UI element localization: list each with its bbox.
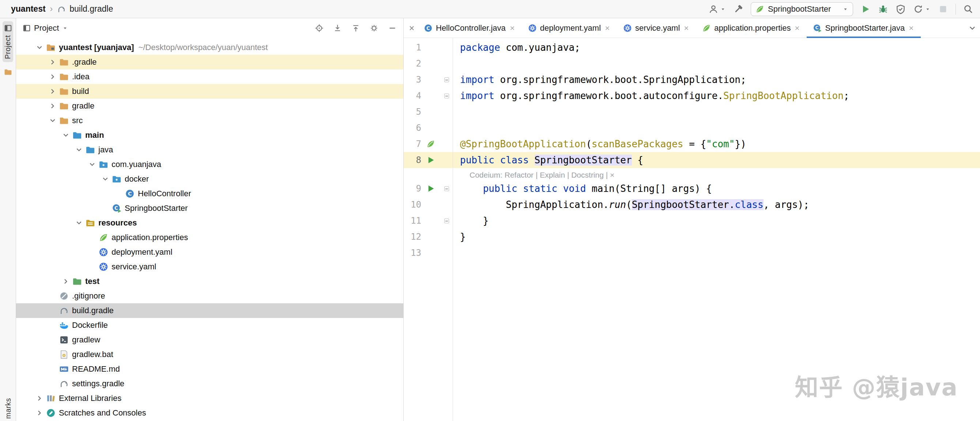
tree-item-application-properties[interactable]: application.properties bbox=[16, 230, 403, 245]
tree-item-springbootstarter[interactable]: CSpringbootStarter bbox=[16, 201, 403, 216]
code-line-13[interactable]: 13 bbox=[404, 245, 980, 261]
code-line-4[interactable]: 4import org.springframework.boot.autocon… bbox=[404, 88, 980, 104]
collapse-all-icon[interactable] bbox=[352, 24, 360, 33]
rerun-button[interactable] bbox=[913, 4, 931, 14]
locate-icon[interactable] bbox=[315, 24, 324, 33]
fold-marker[interactable] bbox=[440, 78, 453, 82]
tree-item-label: settings.gradle bbox=[72, 379, 124, 388]
tab-close-icon[interactable] bbox=[683, 25, 690, 32]
tree-item-yuantest-yuanjava[interactable]: yuantest [yuanjava]~/Desktop/workspace/y… bbox=[16, 40, 403, 55]
chevron-right-icon[interactable] bbox=[33, 409, 45, 416]
folder-icon bbox=[59, 116, 69, 126]
tree-item-main[interactable]: main bbox=[16, 128, 403, 143]
tree-item-deployment-yaml[interactable]: deployment.yaml bbox=[16, 245, 403, 259]
debug-button[interactable] bbox=[878, 4, 888, 14]
tab-springbootstarter-java[interactable]: CSpringbootStarter.java bbox=[807, 18, 921, 38]
tree-item-test[interactable]: test bbox=[16, 274, 403, 289]
tree-item-idea[interactable]: .idea bbox=[16, 70, 403, 84]
code-line-12[interactable]: 12} bbox=[404, 229, 980, 245]
tab-close-icon[interactable] bbox=[509, 25, 515, 32]
tree-item-resources[interactable]: resources bbox=[16, 216, 403, 230]
tab-label: deployment.yaml bbox=[540, 24, 601, 33]
search-everywhere-button[interactable] bbox=[963, 4, 974, 14]
spring-bean-gutter-icon[interactable] bbox=[421, 140, 440, 148]
code-line-9[interactable]: 9 public static void main(String[] args)… bbox=[404, 181, 980, 197]
tree-item-settings-gradle[interactable]: settings.gradle bbox=[16, 377, 403, 391]
chevron-right-icon[interactable] bbox=[47, 73, 59, 80]
expand-all-icon[interactable] bbox=[333, 24, 342, 33]
fold-marker[interactable] bbox=[440, 219, 453, 223]
run-gutter-icon[interactable] bbox=[421, 184, 440, 193]
code-line-1[interactable]: 1package com.yuanjava; bbox=[404, 40, 980, 56]
project-panel-title[interactable]: Project bbox=[34, 24, 59, 33]
tab-hellocontroller-java[interactable]: CHelloController.java bbox=[418, 18, 522, 38]
settings-icon[interactable] bbox=[370, 24, 379, 33]
tree-item-build-gradle[interactable]: build.gradle bbox=[16, 303, 403, 318]
tab-close-icon[interactable] bbox=[794, 25, 800, 32]
code-line-2[interactable]: 2 bbox=[404, 56, 980, 71]
chevron-down-icon[interactable] bbox=[47, 117, 59, 124]
coverage-button[interactable] bbox=[896, 4, 906, 14]
code-line-6[interactable]: 6 bbox=[404, 120, 980, 136]
tree-item-hellocontroller[interactable]: CHelloController bbox=[16, 186, 403, 201]
chevron-down-icon[interactable] bbox=[99, 175, 111, 183]
fold-marker[interactable] bbox=[440, 186, 453, 191]
code-line-7[interactable]: 7@SpringBootApplication(scanBasePackages… bbox=[404, 136, 980, 152]
code-line-11[interactable]: 11 } bbox=[404, 213, 980, 229]
chevron-right-icon[interactable] bbox=[47, 59, 59, 66]
tree-item-gradle[interactable]: gradle bbox=[16, 98, 403, 113]
tree-item-service-yaml[interactable]: service.yaml bbox=[16, 259, 403, 274]
tool-window-button-project[interactable]: Project bbox=[3, 21, 13, 62]
tab-deployment-yaml[interactable]: deployment.yaml bbox=[522, 18, 617, 38]
chevron-right-icon[interactable] bbox=[47, 102, 59, 110]
chevron-down-icon[interactable] bbox=[86, 161, 98, 168]
chevron-down-icon[interactable] bbox=[60, 132, 72, 139]
tree-item-dockerfile[interactable]: Dockerfile bbox=[16, 318, 403, 332]
tree-item-gradlew[interactable]: gradlew bbox=[16, 332, 403, 347]
tree-item-src[interactable]: src bbox=[16, 113, 403, 128]
tree-item-com-yuanjava[interactable]: com.yuanjava bbox=[16, 157, 403, 172]
code-line-5[interactable]: 5 bbox=[404, 104, 980, 120]
chevron-down-icon[interactable] bbox=[62, 25, 68, 31]
run-gutter-icon[interactable] bbox=[421, 156, 440, 164]
tab-service-yaml[interactable]: service.yaml bbox=[617, 18, 696, 38]
tree-item-readme-md[interactable]: README.md bbox=[16, 362, 403, 377]
tree-item-scratches-and-consoles[interactable]: Scratches and Consoles bbox=[16, 406, 403, 420]
chevron-down-icon[interactable] bbox=[968, 24, 976, 32]
chevron-down-icon[interactable] bbox=[33, 44, 45, 51]
chevron-down-icon[interactable] bbox=[73, 219, 85, 227]
tree-item-gradlew-bat[interactable]: gradlew.bat bbox=[16, 347, 403, 362]
folder-icon bbox=[59, 101, 69, 111]
tree-item-java[interactable]: java bbox=[16, 143, 403, 157]
editor-code[interactable]: 1package com.yuanjava;23import org.sprin… bbox=[404, 38, 980, 421]
hide-icon[interactable] bbox=[388, 24, 397, 33]
tab-close-icon[interactable] bbox=[604, 25, 611, 32]
chevron-down-icon[interactable] bbox=[73, 146, 85, 154]
fold-box-icon bbox=[444, 94, 449, 98]
user-button[interactable] bbox=[708, 4, 726, 14]
code-line-3[interactable]: 3import org.springframework.boot.SpringA… bbox=[404, 71, 980, 88]
breadcrumb-project[interactable]: yuantest bbox=[11, 4, 46, 14]
tab-strip-close-icon[interactable] bbox=[408, 24, 415, 32]
run-button[interactable] bbox=[861, 4, 871, 14]
fold-marker[interactable] bbox=[440, 94, 453, 98]
tree-item-gradle[interactable]: .gradle bbox=[16, 55, 403, 70]
tab-application-properties[interactable]: application.properties bbox=[696, 18, 807, 38]
hammer-button[interactable] bbox=[733, 4, 743, 14]
codeium-inlay-hint[interactable]: Codeium: Refactor | Explain | Docstring … bbox=[460, 171, 614, 179]
code-line-8[interactable]: 8public class SpringbootStarter { bbox=[404, 152, 980, 168]
tree-item-gitignore[interactable]: .gitignore bbox=[16, 289, 403, 303]
tab-close-icon[interactable] bbox=[908, 25, 915, 32]
chevron-right-icon[interactable] bbox=[47, 88, 59, 95]
code-line-10[interactable]: 10 SpringApplication.run(SpringbootStart… bbox=[404, 197, 980, 213]
tree-item-build[interactable]: build bbox=[16, 84, 403, 98]
chevron-right-icon[interactable] bbox=[60, 278, 72, 285]
tree-item-external-libraries[interactable]: External Libraries bbox=[16, 391, 403, 406]
tool-window-button-bookmarks[interactable]: marks bbox=[4, 398, 12, 420]
breadcrumb-file[interactable]: build.gradle bbox=[70, 4, 113, 14]
tree-item-docker[interactable]: docker bbox=[16, 172, 403, 186]
folder-icon[interactable] bbox=[4, 68, 12, 76]
project-tool-icon bbox=[4, 24, 12, 32]
run-config-select[interactable]: SpringbootStarter bbox=[751, 2, 853, 16]
chevron-right-icon[interactable] bbox=[33, 395, 45, 402]
